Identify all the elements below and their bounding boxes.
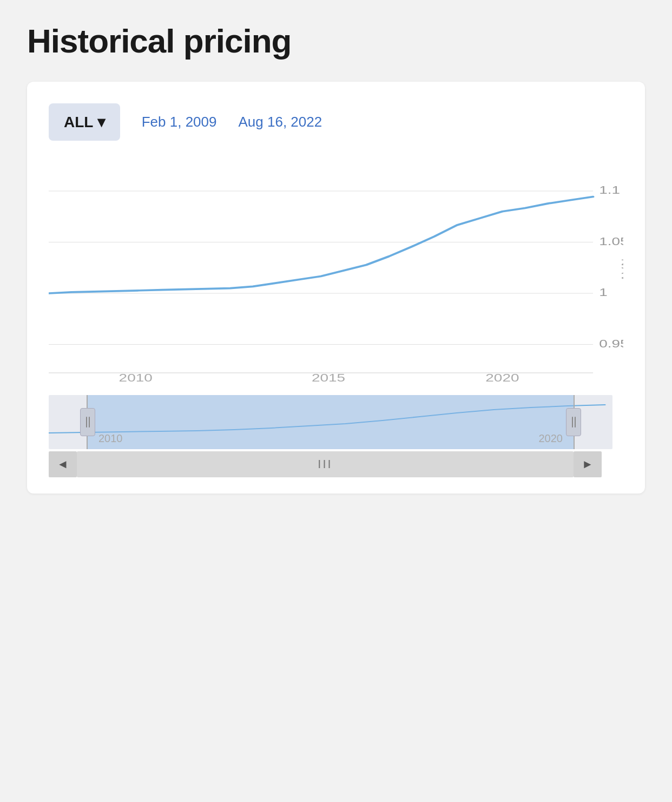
svg-text:2020: 2020 (485, 371, 519, 384)
period-selector-button[interactable]: ALL ▾ (49, 103, 120, 141)
page-title: Historical pricing (27, 22, 645, 60)
date-start-label: Feb 1, 2009 (142, 114, 217, 130)
svg-text:2010: 2010 (119, 371, 153, 384)
main-chart: 1.1 1.05 1 0.95 NAV 2010 2015 2020 (49, 157, 623, 384)
pricing-card: ALL ▾ Feb 1, 2009 Aug 16, 2022 1.1 1.05 … (27, 82, 645, 494)
navigator-inner: 2010 2020 (49, 395, 612, 449)
nav-handle-right[interactable] (566, 408, 581, 436)
scroll-left-button[interactable]: ◄ (49, 451, 77, 477)
svg-text:1.05: 1.05 (599, 235, 623, 247)
date-end-label: Aug 16, 2022 (238, 114, 322, 130)
nav-year-start: 2010 (98, 432, 123, 445)
navigator-selected: 2010 2020 (87, 395, 575, 449)
svg-text:1.1: 1.1 (599, 184, 620, 196)
scrollbar-row: ◄ III ► (49, 451, 602, 477)
nav-handle-left[interactable] (80, 408, 95, 436)
nav-year-end: 2020 (539, 432, 563, 445)
svg-text:2015: 2015 (312, 371, 345, 384)
scroll-right-button[interactable]: ► (574, 451, 602, 477)
svg-text:0.95: 0.95 (599, 337, 623, 350)
navigator: 2010 2020 ◄ III ► (49, 395, 612, 477)
scrollbar-track[interactable]: III (77, 451, 574, 477)
chart-svg: 1.1 1.05 1 0.95 NAV 2010 2015 2020 (49, 157, 623, 384)
svg-text:1: 1 (599, 286, 608, 299)
scrollbar-thumb: III (318, 457, 332, 471)
svg-text:NAV: NAV (619, 259, 623, 282)
controls-row: ALL ▾ Feb 1, 2009 Aug 16, 2022 (49, 103, 623, 141)
